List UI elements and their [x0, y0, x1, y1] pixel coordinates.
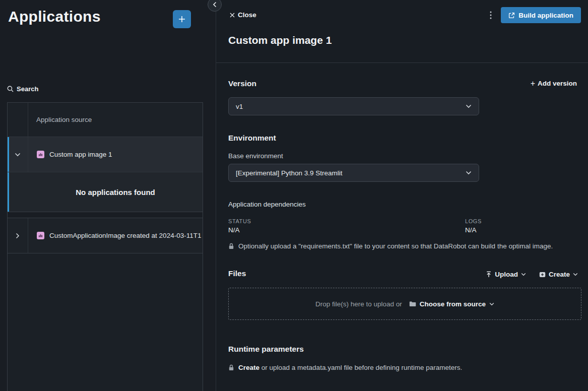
runtime-note-text: or upload a metadata.yaml file before de…	[262, 364, 462, 371]
add-application-button[interactable]	[173, 10, 191, 28]
close-label: Close	[238, 11, 256, 19]
collapse-row-toggle[interactable]	[8, 137, 28, 172]
status-label: STATUS	[228, 218, 251, 224]
expand-row-toggle[interactable]	[8, 218, 28, 253]
chevron-left-icon	[213, 2, 217, 8]
dropzone-text: Drop file(s) here to upload or	[315, 300, 402, 308]
chevron-right-icon	[16, 233, 20, 239]
lock-icon	[228, 364, 234, 371]
version-select[interactable]: v1	[228, 97, 479, 115]
logs-label: LOGS	[465, 218, 482, 224]
chevron-down-icon	[521, 273, 526, 276]
choose-from-source-button[interactable]: Choose from source	[409, 300, 494, 308]
base-environment-label: Base environment	[228, 152, 283, 160]
application-source-list: Application source Custom app image 1 No…	[7, 102, 203, 391]
dependencies-note-text: Optionally upload a "requirements.txt" f…	[238, 242, 553, 250]
app-detail-panel: Close Build application Custom app image…	[216, 0, 588, 391]
add-version-label: Add version	[538, 80, 577, 87]
files-controls: Upload Create	[486, 271, 578, 278]
runtime-create-word: Create	[238, 364, 259, 371]
runtime-parameters-note: Create or upload a metadata.yaml file be…	[228, 364, 462, 371]
dependencies-note: Optionally upload a "requirements.txt" f…	[228, 242, 553, 250]
list-gap	[8, 212, 203, 218]
plus-icon: +	[531, 80, 535, 87]
close-button[interactable]: Close	[230, 11, 256, 19]
choose-from-source-label: Choose from source	[420, 300, 486, 308]
application-dependencies-label: Application dependencies	[228, 201, 306, 208]
list-header-row: Application source	[8, 103, 203, 137]
applications-sidebar: Applications Search Application source	[0, 0, 216, 391]
upload-label: Upload	[495, 271, 518, 278]
chevron-down-icon	[573, 273, 578, 276]
chevron-down-icon	[466, 171, 472, 175]
status-field: STATUS N/A	[228, 218, 251, 234]
upload-button[interactable]: Upload	[486, 271, 526, 278]
list-empty-area	[8, 253, 203, 391]
base-environment-select[interactable]: [Experimental] Python 3.9 Streamlit	[228, 164, 479, 182]
kebab-menu-icon[interactable]	[486, 10, 495, 20]
build-application-button[interactable]: Build application	[501, 7, 581, 23]
list-item-custom-application-image[interactable]: CustomApplicationImage created at 2024-0…	[8, 218, 203, 253]
header-divider	[216, 62, 588, 63]
app-image-icon	[37, 151, 44, 158]
upload-icon	[486, 271, 492, 278]
chevron-down-icon	[489, 302, 494, 306]
logs-field: LOGS N/A	[465, 218, 482, 234]
list-header-label: Application source	[28, 116, 92, 123]
folder-icon	[409, 301, 416, 307]
base-environment-select-value: [Experimental] Python 3.9 Streamlit	[236, 169, 466, 177]
file-dropzone[interactable]: Drop file(s) here to upload or Choose fr…	[228, 288, 581, 320]
files-heading: Files	[228, 269, 246, 278]
create-file-icon	[539, 272, 546, 278]
search-label: Search	[17, 85, 38, 93]
no-applications-message: No applications found	[8, 172, 203, 212]
search-toggle[interactable]: Search	[7, 85, 38, 93]
runtime-parameters-heading: Runtime parameters	[228, 345, 304, 354]
version-select-value: v1	[236, 103, 466, 110]
list-item-label: CustomApplicationImage created at 2024-0…	[49, 232, 203, 239]
environment-heading: Environment	[228, 134, 276, 143]
plus-icon	[178, 15, 186, 23]
create-label: Create	[549, 271, 570, 278]
version-heading: Version	[228, 79, 256, 88]
list-item-custom-app-image-1[interactable]: Custom app image 1	[8, 137, 203, 172]
chevron-down-icon	[466, 104, 472, 108]
close-icon	[230, 13, 235, 18]
chevron-down-icon	[15, 153, 21, 157]
create-button[interactable]: Create	[539, 271, 578, 278]
logs-value: N/A	[465, 226, 482, 234]
lock-icon	[228, 243, 234, 249]
toggle-column-header	[8, 103, 28, 137]
external-link-icon	[508, 12, 515, 19]
build-application-label: Build application	[518, 12, 573, 19]
list-item-label: Custom app image 1	[49, 151, 203, 158]
status-value: N/A	[228, 226, 251, 234]
app-image-icon	[37, 232, 44, 239]
search-icon	[7, 86, 14, 92]
page-title: Applications	[8, 8, 101, 25]
add-version-button[interactable]: + Add version	[531, 80, 577, 87]
app-title: Custom app image 1	[228, 34, 332, 46]
